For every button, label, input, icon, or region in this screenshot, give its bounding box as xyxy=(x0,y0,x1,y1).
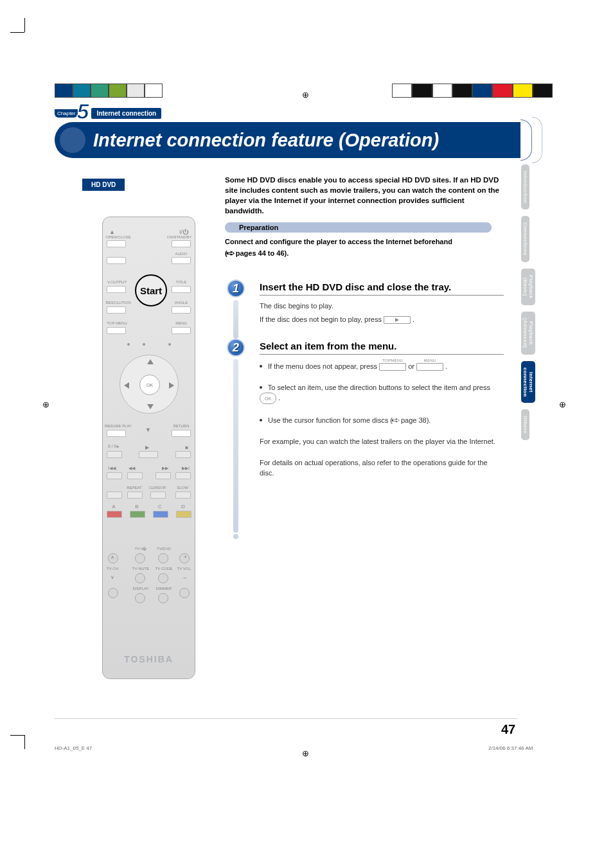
step-2-para1: For example, you can watch the latest tr… xyxy=(260,436,504,447)
start-label: Start xyxy=(140,285,162,296)
tab-connections: Connections xyxy=(521,216,529,262)
step-number-2: 2 xyxy=(227,339,245,357)
banner-decoration xyxy=(532,117,542,163)
step-1-body: The disc begins to play. If the disc doe… xyxy=(260,301,504,324)
btn-audio xyxy=(172,257,191,264)
nav-left-icon xyxy=(124,382,129,389)
btn-b xyxy=(130,511,145,518)
label-slow: SLOW xyxy=(173,486,192,490)
label-repeat: REPEAT xyxy=(125,486,144,490)
bullet1-post: . xyxy=(445,362,447,370)
tab-introduction: Introduction xyxy=(521,164,529,209)
label-b: B xyxy=(132,504,141,509)
page-number: 47 xyxy=(501,722,515,737)
label-audio: AUDIO xyxy=(172,252,191,256)
registration-mark-bottom: ⊕ xyxy=(302,748,309,758)
btn-display xyxy=(135,593,145,603)
btn-blank-left xyxy=(107,257,126,264)
btn-a xyxy=(107,511,122,518)
rew-icon: ◀◀ xyxy=(129,466,135,471)
preparation-text: Connect and configure the player to acce… xyxy=(225,236,501,259)
step-1-line-b-post: . xyxy=(413,315,414,323)
btn-chdn xyxy=(108,588,118,598)
btn-onstandby xyxy=(172,240,191,247)
step-1-marker: 1 xyxy=(227,279,245,339)
bullet2-pre: To select an item, use the direction but… xyxy=(268,384,490,391)
btn-blank xyxy=(107,492,122,499)
skip-next-icon: ▶▶I xyxy=(182,466,190,471)
btn-voutput xyxy=(107,286,126,293)
btn-ffwd xyxy=(155,472,171,479)
label-tvch: TV CH xyxy=(103,567,122,571)
btn-menu xyxy=(172,327,191,334)
footer-left: HD-A1_05_E 47 xyxy=(55,745,92,751)
skip-prev-icon: I◀◀ xyxy=(108,466,116,471)
label-openclose: OPEN/CLOSE xyxy=(105,235,131,239)
btn-dimmer xyxy=(158,593,168,603)
label-angle: ANGLE xyxy=(172,301,191,305)
step-number-1: 1 xyxy=(227,279,245,297)
chapter-header: Chapter 5 Internet connection xyxy=(55,103,161,124)
chapter-title: Internet connection xyxy=(91,108,161,119)
tab-internet-connection: Internetconnection xyxy=(521,361,535,403)
label-menu: MENU xyxy=(172,321,191,325)
step-1-line-a: The disc begins to play. xyxy=(260,301,504,312)
registration-mark-top: ⊕ xyxy=(302,90,309,100)
nav-down2-icon: ▼ xyxy=(145,427,151,433)
step-1-heading: Insert the HD DVD disc and close the tra… xyxy=(260,281,504,296)
registration-mark-left: ⊕ xyxy=(42,400,49,409)
btn-cursor xyxy=(150,492,166,499)
step-2-para2: For details on actual operations, also r… xyxy=(260,457,504,479)
nav-right-icon xyxy=(169,382,174,389)
btn-tvio xyxy=(135,553,145,563)
btn-stop xyxy=(175,451,191,458)
nav-up-icon xyxy=(147,359,154,364)
ok-button-icon: OK xyxy=(260,393,276,404)
btn-slow xyxy=(175,492,191,499)
pause-step-icon: II / II▸ xyxy=(108,444,120,449)
intro-paragraph: Some HD DVD discs enable you to access s… xyxy=(225,175,501,216)
btn-tvmute xyxy=(135,573,145,583)
btn-angle xyxy=(172,306,191,314)
label-voutput: V.OUTPUT xyxy=(105,280,129,284)
btn-title xyxy=(172,286,191,293)
label-return: RETURN xyxy=(170,424,192,428)
preparation-line2: pages 44 to 46). xyxy=(236,249,289,257)
chapter-number: 5 xyxy=(76,99,89,124)
nav-down-icon xyxy=(147,404,154,409)
label-dimmer: DIMMER xyxy=(154,587,173,590)
nav-ring: OK xyxy=(120,355,179,414)
btn-topmenu xyxy=(107,327,126,334)
btn-openclose xyxy=(107,240,126,247)
btn-resumeplay xyxy=(107,430,126,437)
page-title: Internet connection feature (Operation) xyxy=(93,130,439,151)
btn-d xyxy=(176,511,191,518)
step-2-heading: Select an item from the menu. xyxy=(260,341,504,355)
toshiba-logo: TOSHIBA xyxy=(103,654,195,664)
label-resumeplay: RESUME PLAY xyxy=(103,424,134,428)
label-c: C xyxy=(155,504,164,509)
label-resolution: RESOLUTION xyxy=(104,301,132,305)
step-2-body: If the menu does not appear, press TOPME… xyxy=(260,361,504,479)
btn-pause xyxy=(107,451,122,458)
label-tvio: TV I/⏻ xyxy=(131,547,150,551)
step-1-line-b-pre: If the disc does not begin to play, pres… xyxy=(260,315,382,323)
label-tvmute: TV MUTE xyxy=(131,567,150,571)
play-button-icon xyxy=(384,316,411,324)
label-tvvol: TV VOL. xyxy=(174,567,195,571)
step-2-marker: 2 xyxy=(227,339,245,539)
preparation-line1: Connect and configure the player to acce… xyxy=(225,238,452,245)
hd-dvd-badge: HD DVD xyxy=(82,179,125,191)
stop-icon: ■ xyxy=(185,445,188,450)
tab-playback-advanced: Playback(Advanced) xyxy=(521,312,535,355)
btn-tvcode xyxy=(158,573,168,583)
footer-right: 2/14/06 6:37:46 AM xyxy=(488,745,533,751)
bullet-icon xyxy=(260,386,262,389)
btn-return xyxy=(172,430,191,437)
label-title: TITLE xyxy=(172,280,191,284)
bullet-icon xyxy=(260,365,262,368)
color-bars-right xyxy=(392,84,553,98)
registration-mark-right: ⊕ xyxy=(559,400,566,409)
label-a: A xyxy=(109,504,118,509)
btn-skip-next xyxy=(175,472,191,479)
